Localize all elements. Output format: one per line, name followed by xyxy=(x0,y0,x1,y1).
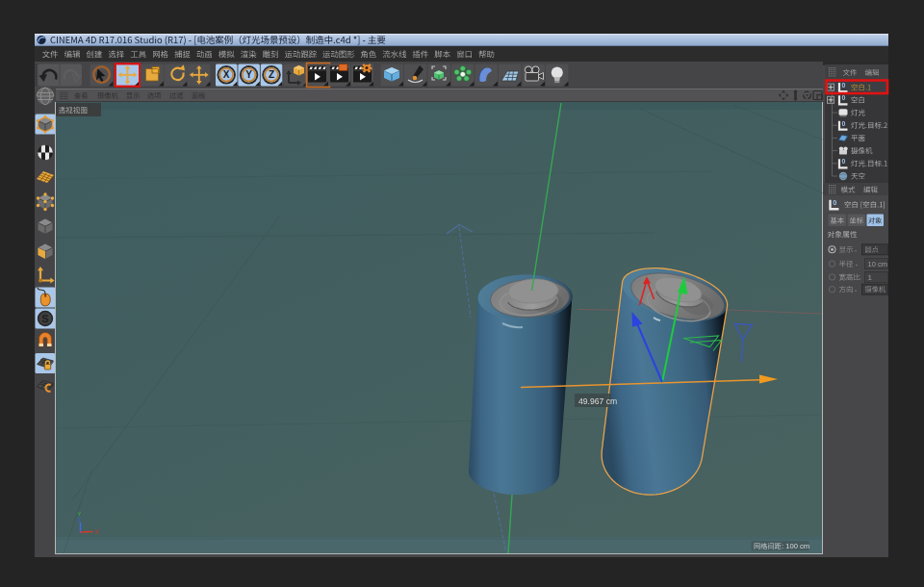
svg-text:49.967 cm: 49.967 cm xyxy=(578,396,617,406)
svg-text:X: X xyxy=(223,69,230,80)
svg-text:X: X xyxy=(95,528,100,535)
svg-text:10 cm: 10 cm xyxy=(868,260,888,268)
svg-text:S: S xyxy=(41,313,48,324)
svg-text:0: 0 xyxy=(842,120,846,127)
svg-text:0: 0 xyxy=(833,198,836,207)
svg-text:0: 0 xyxy=(842,94,846,101)
svg-text:0: 0 xyxy=(842,82,846,89)
svg-text:1: 1 xyxy=(868,273,872,282)
svg-text:0: 0 xyxy=(842,158,846,165)
svg-text:: 100 cm: : 100 cm xyxy=(782,542,809,550)
svg-text:Y: Y xyxy=(245,69,252,80)
svg-text:Z: Z xyxy=(269,69,274,80)
